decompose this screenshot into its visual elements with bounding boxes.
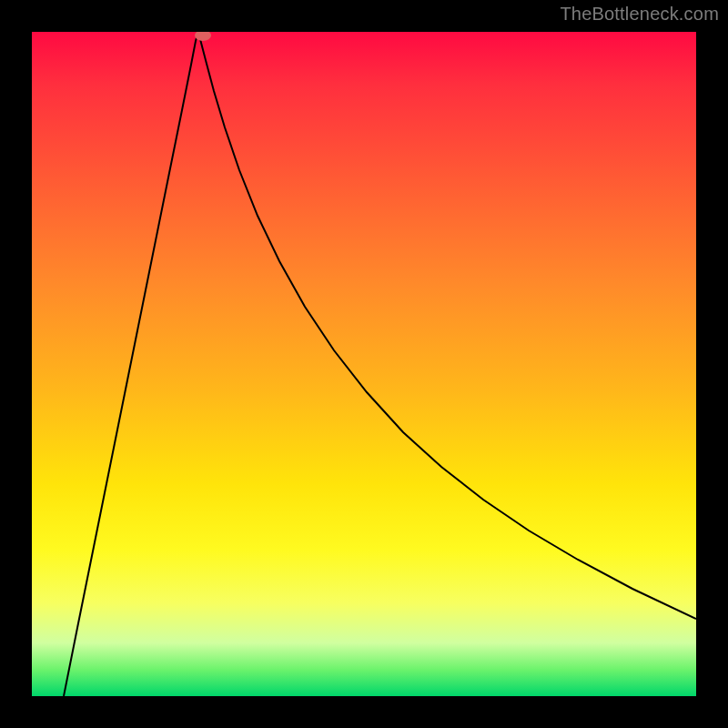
curve-left-branch (64, 32, 198, 696)
curve-svg (32, 32, 696, 696)
curve-right-branch (198, 32, 696, 619)
watermark-text: TheBottleneck.com (560, 4, 719, 25)
plot-area (32, 32, 696, 696)
chart-frame: TheBottleneck.com (0, 0, 728, 728)
minimum-marker (195, 32, 211, 41)
